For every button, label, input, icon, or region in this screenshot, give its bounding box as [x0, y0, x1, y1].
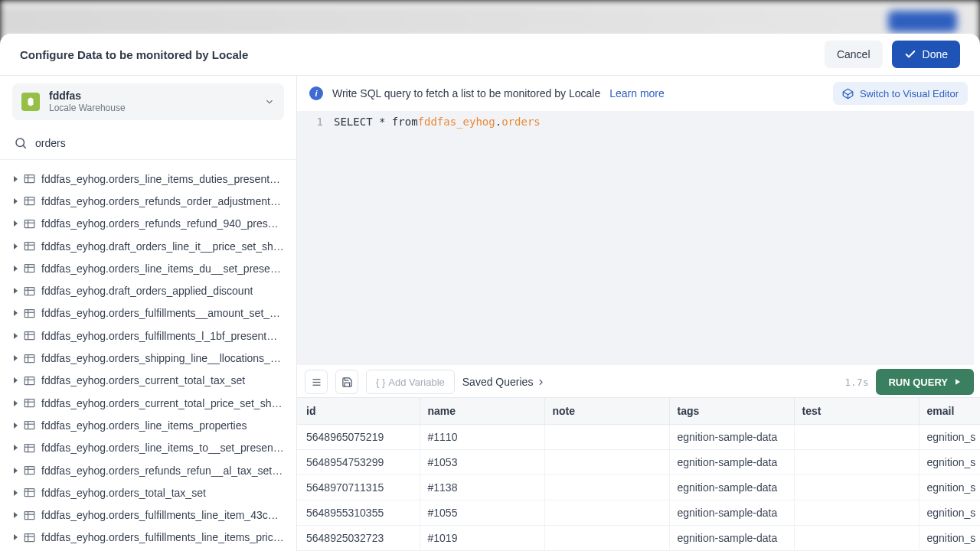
search-icon: [14, 136, 28, 150]
cell-tags: egnition-sample-data: [669, 425, 794, 450]
svg-rect-17: [24, 287, 34, 295]
cell-email: egnition_s: [919, 425, 980, 450]
expand-icon: [14, 243, 18, 249]
table-row[interactable]: 5648965075219#1110egnition-sample-dataeg…: [297, 425, 980, 450]
done-button[interactable]: Done: [892, 41, 960, 68]
cell-tags: egnition-sample-data: [669, 450, 794, 475]
svg-point-0: [16, 139, 24, 147]
info-icon: i: [309, 86, 323, 100]
cell-id: 5648965075219: [297, 425, 420, 450]
table-icon: [24, 533, 35, 543]
table-label: fddfas_eyhog.draft_orders_line_it__price…: [41, 240, 284, 253]
table-row[interactable]: 5648970711315#1138egnition-sample-dataeg…: [297, 475, 980, 500]
expand-icon: [14, 310, 18, 316]
editor-toolbar: { } Add Variable Saved Queries 1.7s RUN …: [297, 367, 980, 397]
saved-queries-label: Saved Queries: [462, 376, 534, 388]
main-panel: i Write SQL query to fetch a list to be …: [297, 76, 980, 551]
sidebar: fddfas Locale Warehouse fddfas_eyhog.ord…: [0, 76, 297, 551]
table-item[interactable]: fddfas_eyhog.orders_refunds_refun__al_ta…: [0, 459, 296, 481]
cell-id: 5648955310355: [297, 500, 420, 526]
table-row[interactable]: 5648954753299#1053egnition-sample-dataeg…: [297, 450, 980, 475]
table-item[interactable]: fddfas_eyhog.orders_current_total_tax_se…: [0, 370, 296, 392]
table-item[interactable]: fddfas_eyhog.orders_total_tax_set: [0, 481, 296, 504]
col-email[interactable]: email: [919, 398, 980, 425]
run-query-button[interactable]: RUN QUERY: [876, 369, 974, 395]
chevron-down-icon: [264, 96, 275, 107]
cell-test: [794, 526, 919, 551]
source-name: fddfas: [49, 90, 255, 103]
table-icon: [24, 376, 35, 386]
modal-title: Configure Data to be monitored by Locale: [20, 48, 248, 61]
table-item[interactable]: fddfas_eyhog.orders_line_items_du__set_p…: [0, 257, 296, 279]
expand-icon: [14, 176, 18, 182]
table-row[interactable]: 5648955310355#1055egnition-sample-dataeg…: [297, 500, 980, 526]
table-item[interactable]: fddfas_eyhog.orders_fulfillments_l_1bf_p…: [0, 324, 296, 347]
table-item[interactable]: fddfas_eyhog.orders_current_total_price_…: [0, 392, 296, 414]
cell-email: egnition_s: [919, 500, 980, 526]
table-item[interactable]: fddfas_eyhog.orders_line_items_duties_pr…: [0, 168, 296, 190]
expand-icon: [14, 422, 18, 429]
table-icon: [24, 465, 35, 475]
expand-icon: [14, 512, 18, 518]
expand-icon: [14, 490, 18, 496]
table-item[interactable]: fddfas_eyhog.draft_orders_line_it__price…: [0, 235, 296, 257]
saved-queries-button[interactable]: Saved Queries: [462, 376, 547, 388]
table-label: fddfas_eyhog.orders_fulfillments_line_it…: [41, 509, 284, 521]
chevron-right-icon: [536, 377, 546, 387]
sql-schema: fddfas_eyhog: [418, 116, 495, 128]
sql-select: SELECT * from: [334, 116, 418, 128]
svg-rect-14: [24, 265, 34, 272]
cell-email: egnition_s: [919, 526, 980, 551]
results-panel: idnamenotetagstestemail 5648965075219#11…: [297, 397, 980, 551]
shopify-icon: [21, 93, 40, 111]
table-item[interactable]: fddfas_eyhog.orders_fulfillments_line_it…: [0, 527, 296, 549]
braces-icon: { }: [376, 377, 385, 388]
save-button[interactable]: [335, 370, 358, 394]
switch-visual-button[interactable]: Switch to Visual Editor: [833, 82, 968, 105]
add-variable-button[interactable]: { } Add Variable: [366, 370, 455, 394]
table-icon: [24, 219, 35, 229]
cell-tags: egnition-sample-data: [669, 475, 794, 500]
table-item[interactable]: fddfas_eyhog.orders_refunds_refund_940_p…: [0, 213, 296, 235]
table-row[interactable]: 5648925032723#1019egnition-sample-dataeg…: [297, 526, 980, 551]
table-item[interactable]: fddfas_eyhog.orders_line_items_to__set_p…: [0, 437, 296, 459]
cancel-button[interactable]: Cancel: [825, 41, 883, 68]
table-icon: [24, 510, 35, 520]
col-name[interactable]: name: [420, 398, 544, 425]
col-tags[interactable]: tags: [669, 398, 794, 425]
cell-name: #1019: [420, 526, 544, 551]
svg-rect-20: [24, 309, 34, 317]
expand-icon: [14, 266, 18, 272]
svg-rect-23: [24, 332, 34, 340]
modal-header: Configure Data to be monitored by Locale…: [0, 34, 980, 76]
svg-rect-35: [24, 422, 34, 429]
table-label: fddfas_eyhog.orders_current_total_price_…: [41, 397, 284, 409]
sql-editor[interactable]: 1 SELECT * from fddfas_eyhog.orders: [297, 111, 974, 365]
table-item[interactable]: fddfas_eyhog.draft_orders_applied_discou…: [0, 279, 296, 302]
table-item[interactable]: fddfas_eyhog.orders_fulfillments__amount…: [0, 302, 296, 324]
col-note[interactable]: note: [544, 398, 669, 425]
table-item[interactable]: fddfas_eyhog.orders_fulfillments_line_it…: [0, 504, 296, 526]
expand-icon: [14, 377, 18, 383]
table-item[interactable]: fddfas_eyhog.orders_shipping_line__lloca…: [0, 347, 296, 369]
expand-icon: [14, 333, 18, 339]
source-dropdown[interactable]: fddfas Locale Warehouse: [12, 83, 284, 120]
col-id[interactable]: id: [297, 398, 420, 425]
table-icon: [24, 196, 35, 206]
expand-icon: [14, 445, 18, 451]
cell-note: [544, 526, 669, 551]
cell-note: [544, 500, 669, 526]
check-icon: [904, 48, 916, 60]
cube-icon: [842, 88, 854, 99]
table-icon: [24, 174, 35, 184]
learn-more-link[interactable]: Learn more: [609, 87, 665, 99]
table-list[interactable]: fddfas_eyhog.orders_line_items_duties_pr…: [0, 160, 296, 551]
table-item[interactable]: fddfas_eyhog.orders_line_items_propertie…: [0, 414, 296, 436]
table-label: fddfas_eyhog.orders_current_total_tax_se…: [41, 374, 245, 386]
col-test[interactable]: test: [794, 398, 919, 425]
table-item[interactable]: fddfas_eyhog.orders_refunds_order_adjust…: [0, 190, 296, 212]
table-label: fddfas_eyhog.orders_fulfillments__amount…: [41, 307, 284, 319]
search-input[interactable]: [35, 137, 283, 149]
list-view-button[interactable]: [305, 370, 328, 394]
svg-rect-47: [24, 511, 34, 519]
